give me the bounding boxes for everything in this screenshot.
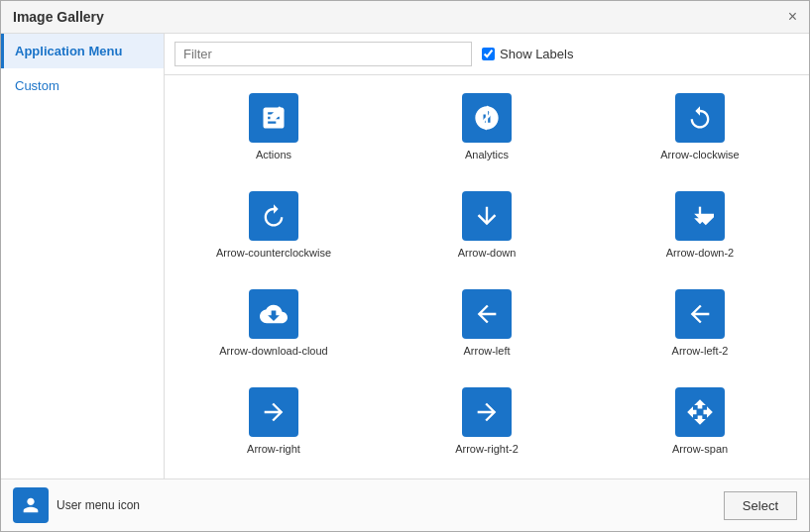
icon-grid-container[interactable]: Actions Analytics xyxy=(165,75,809,479)
show-labels-text: Show Labels xyxy=(500,47,573,61)
icon-label: Arrow-span xyxy=(672,443,728,455)
arrow-left-icon xyxy=(473,300,501,328)
icon-box xyxy=(462,387,512,437)
dialog-header: Image Gallery × xyxy=(1,1,809,34)
icon-cell-arrow-right-2[interactable]: Arrow-right-2 xyxy=(383,374,591,468)
dialog-body: Application Menu Custom Show Labels xyxy=(1,34,809,479)
toolbar: Show Labels xyxy=(165,34,809,75)
icon-box xyxy=(675,191,725,241)
icon-cell-arrow-right[interactable]: Arrow-right xyxy=(170,374,378,468)
show-labels-checkbox[interactable] xyxy=(482,48,495,60)
icon-box xyxy=(462,191,512,241)
icon-cell-arrow-down[interactable]: Arrow-down xyxy=(383,178,591,271)
icon-label: Arrow-counterclockwise xyxy=(216,247,331,259)
icon-label: Analytics xyxy=(465,149,509,160)
icon-label: Arrow-left-2 xyxy=(672,345,729,357)
actions-icon xyxy=(260,104,288,132)
icon-cell-arrow-left[interactable]: Arrow-left xyxy=(383,276,591,370)
icon-box xyxy=(249,289,298,339)
arrow-counterclockwise-icon xyxy=(260,202,288,230)
icon-cell-arrow-left-2[interactable]: Arrow-left-2 xyxy=(596,276,804,370)
sidebar-item-application-menu[interactable]: Application Menu xyxy=(1,34,164,68)
sidebar-item-label: Custom xyxy=(15,78,59,93)
icon-label: Arrow-down xyxy=(458,247,517,259)
icon-box xyxy=(462,289,512,339)
icon-box xyxy=(462,93,512,143)
icon-cell-analytics[interactable]: Analytics xyxy=(383,80,591,173)
icon-cell-arrow-span[interactable]: Arrow-span xyxy=(596,374,804,468)
icon-grid: Actions Analytics xyxy=(170,80,804,468)
dialog-title: Image Gallery xyxy=(13,9,104,25)
sidebar-item-label: Application Menu xyxy=(15,44,122,58)
select-button[interactable]: Select xyxy=(724,491,797,520)
user-menu-icon xyxy=(20,494,42,516)
show-labels-label[interactable]: Show Labels xyxy=(482,47,573,61)
icon-box xyxy=(675,387,725,437)
arrow-left-2-icon xyxy=(686,300,714,328)
filter-input[interactable] xyxy=(174,42,472,66)
arrow-down-2-icon xyxy=(686,202,714,230)
icon-label: Arrow-right xyxy=(247,443,300,455)
arrow-down-icon xyxy=(473,202,501,230)
icon-cell-arrow-download-cloud[interactable]: Arrow-download-cloud xyxy=(170,276,378,370)
arrow-download-cloud-icon xyxy=(260,300,288,328)
close-button[interactable]: × xyxy=(788,9,797,25)
sidebar-item-custom[interactable]: Custom xyxy=(1,68,164,103)
icon-label: Arrow-left xyxy=(463,345,510,357)
icon-label: Arrow-download-cloud xyxy=(219,345,327,357)
icon-label: Arrow-right-2 xyxy=(455,443,519,455)
arrow-right-2-icon xyxy=(473,398,501,426)
analytics-icon xyxy=(473,104,501,132)
footer-left: User menu icon xyxy=(13,487,140,523)
icon-box xyxy=(249,387,298,437)
arrow-right-icon xyxy=(260,398,288,426)
sidebar: Application Menu Custom xyxy=(1,34,165,479)
dialog-footer: User menu icon Select xyxy=(1,479,809,531)
icon-cell-arrow-down-2[interactable]: Arrow-down-2 xyxy=(596,178,804,271)
icon-box xyxy=(249,93,298,143)
icon-box xyxy=(675,93,725,143)
icon-box xyxy=(249,191,298,241)
arrow-clockwise-icon xyxy=(686,104,714,132)
image-gallery-dialog: Image Gallery × Application Menu Custom … xyxy=(0,0,810,532)
icon-cell-arrow-clockwise[interactable]: Arrow-clockwise xyxy=(596,80,804,173)
icon-label: Arrow-clockwise xyxy=(660,149,739,160)
icon-label: Actions xyxy=(256,149,291,160)
main-area: Show Labels Action xyxy=(165,34,809,479)
arrow-span-icon xyxy=(686,398,714,426)
icon-cell-arrow-counterclockwise[interactable]: Arrow-counterclockwise xyxy=(170,178,378,271)
selected-icon-label: User menu icon xyxy=(57,498,140,512)
icon-box xyxy=(675,289,725,339)
icon-label: Arrow-down-2 xyxy=(666,247,734,259)
selected-icon-box xyxy=(13,487,49,523)
icon-cell-actions[interactable]: Actions xyxy=(170,80,378,173)
